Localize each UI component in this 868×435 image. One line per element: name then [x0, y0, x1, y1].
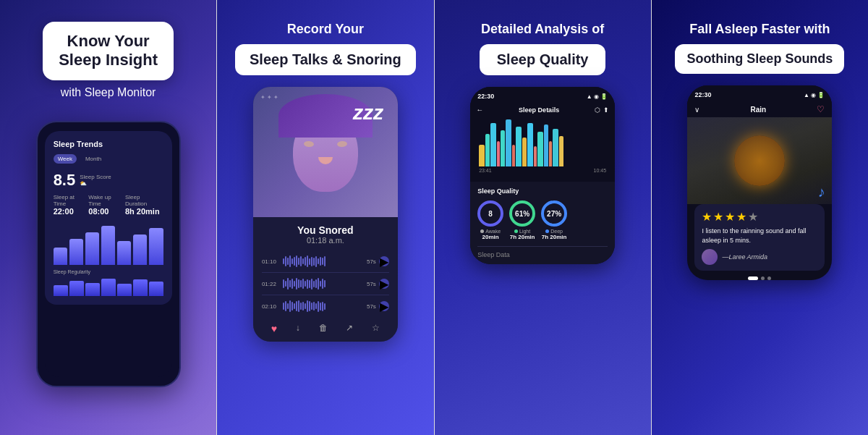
hypnogram-bars	[476, 119, 609, 166]
rain-phone-header: 22:30 ▲ ◉ 🔋	[687, 85, 832, 101]
trends-tabs: Week Month	[54, 154, 163, 164]
panel-sleep-insight: Know Your Sleep Insight with Sleep Monit…	[0, 0, 216, 435]
detail-title: Sleep Details	[519, 106, 559, 114]
light-dot	[514, 229, 518, 233]
regularity-label: Sleep Regularity	[54, 269, 163, 274]
panel2-highlight: Sleep Talks & Snoring	[235, 44, 416, 75]
sleep-data-label: Sleep Data	[477, 246, 608, 258]
bar-3	[85, 232, 99, 265]
star-2: ★	[713, 210, 723, 224]
reviewer-name: —Laree Armida	[722, 253, 767, 261]
review-text: I listen to the rainning sound and fall …	[702, 227, 817, 245]
deep-label: Deep	[550, 229, 563, 234]
snore-label: You Snored	[262, 224, 389, 236]
sleep-trends-title: Sleep Trends	[54, 140, 163, 148]
quality-section: Sleep Quality 8 Awake 20min 61%	[470, 182, 615, 264]
toolbar: ♥ ↓ 🗑 ↗ ☆	[262, 317, 389, 334]
action-icons: ⬡ ⬆	[595, 106, 609, 114]
waveform-3	[283, 299, 355, 313]
audio-dur-2: 57s	[358, 281, 376, 287]
light-label: Light	[519, 229, 530, 234]
sleep-trends-card: Sleep Trends Week Month 8.5 Sleep Score …	[45, 131, 172, 305]
audio-dur-3: 57s	[358, 303, 376, 310]
sleep-time-item: Sleep at Time 22:00	[54, 194, 89, 216]
awake-label: Awake	[485, 229, 501, 234]
audio-row-3: 02:10 57s ▶	[262, 295, 389, 317]
tab-month[interactable]: Month	[81, 154, 106, 164]
back-arrow[interactable]: ←	[476, 106, 483, 114]
awake-dot	[480, 229, 484, 233]
avatar-face	[293, 112, 358, 192]
play-button-2[interactable]: ▶	[379, 279, 389, 289]
audio-row-2: 01:22 57s ▶	[262, 273, 389, 295]
heart-sound-icon[interactable]: ♡	[817, 104, 825, 114]
time-start-label: 23:41	[479, 168, 492, 173]
light-ring: 61%	[509, 200, 535, 227]
rain-nav-row: ∨ Rain ♡	[687, 101, 832, 117]
audio-time-2: 01:22	[262, 281, 280, 287]
panel-snoring: Record Your Sleep Talks & Snoring zzz ✦ …	[216, 0, 433, 435]
phone-screen-1: Sleep Trends Week Month 8.5 Sleep Score …	[45, 131, 172, 377]
panel2-header: Record Your	[287, 22, 364, 37]
reviewer-row: —Laree Armida	[702, 249, 817, 265]
share-detail-icon[interactable]: ⬡	[595, 106, 600, 114]
download-icon[interactable]: ↓	[296, 323, 300, 334]
phone-icons-3: ▲ ◉ 🔋	[587, 93, 608, 100]
panel4-highlight: Soothing Sleep Sounds	[675, 44, 844, 74]
sleep-bar-chart	[54, 221, 163, 265]
heart-icon[interactable]: ♥	[271, 323, 277, 334]
delete-icon[interactable]: 🗑	[319, 323, 328, 334]
star-4: ★	[736, 210, 746, 224]
panel1-subtitle: with Sleep Monitor	[61, 86, 156, 99]
waveform-1	[283, 254, 355, 269]
avatar-mouth	[318, 157, 333, 164]
play-button-1[interactable]: ▶	[379, 256, 389, 266]
rain-phone-icons: ▲ ◉ 🔋	[804, 92, 825, 98]
bar-7	[149, 228, 163, 265]
star-1: ★	[702, 210, 712, 224]
upload-icon[interactable]: ⬆	[603, 106, 609, 114]
rain-phone: 22:30 ▲ ◉ 🔋 ∨ Rain ♡ ♪ ★ ★ ★ ★ ★ I liste…	[687, 85, 832, 280]
light-label-row: Light	[514, 229, 530, 234]
waveform-2	[283, 276, 355, 291]
panel3-header: Detailed Analysis of	[481, 22, 604, 37]
deep-time: 7h 20min	[542, 234, 567, 240]
tab-week[interactable]: Week	[54, 154, 77, 164]
avatar-eye-right	[337, 140, 348, 147]
star-3: ★	[725, 210, 735, 224]
panel2-highlight-text: Sleep Talks & Snoring	[250, 51, 401, 68]
panel3-highlight-text: Sleep Quality	[497, 51, 589, 68]
duration-item: Sleep Duration 8h 20min	[125, 194, 163, 216]
bar-4	[101, 226, 115, 265]
star-5: ★	[748, 210, 758, 224]
star-icon[interactable]: ☆	[372, 323, 380, 334]
panel4-header: Fall Asleep Faster with	[689, 22, 830, 37]
nav-dots	[687, 276, 832, 280]
deep-label-row: Deep	[545, 229, 563, 234]
avatar-image-area: zzz ✦ ✦ ✦	[253, 87, 398, 217]
nav-dot-2	[761, 276, 765, 280]
chevron-down-icon[interactable]: ∨	[694, 106, 699, 114]
phone-mockup-1: Sleep Trends Week Month 8.5 Sleep Score …	[36, 121, 181, 387]
phone-time-3: 22:30	[477, 93, 494, 100]
review-card: ★ ★ ★ ★ ★ I listen to the rainning sound…	[694, 204, 825, 271]
share-icon[interactable]: ↗	[346, 323, 353, 334]
snore-time: 01:18 a.m.	[262, 236, 389, 245]
detail-nav: ← Sleep Details ⬡ ⬆	[470, 103, 615, 117]
music-note-icon: ♪	[817, 184, 825, 200]
panel3-highlight: Sleep Quality	[480, 44, 606, 75]
avatar-eye-left	[304, 140, 315, 147]
awake-label-row: Awake	[480, 229, 501, 234]
play-button-3[interactable]: ▶	[379, 301, 389, 311]
nav-dot-3	[767, 276, 771, 280]
panel1-title-box: Know Your Sleep Insight	[43, 22, 174, 80]
panel1-title: Know Your Sleep Insight	[59, 32, 158, 70]
nav-dot-1	[748, 276, 758, 280]
bar-5	[117, 241, 131, 265]
panel-sleep-sounds: Fall Asleep Faster with Soothing Sleep S…	[651, 0, 868, 435]
audio-dur-1: 57s	[358, 258, 376, 265]
awake-time: 20min	[482, 234, 499, 240]
wake-time-item: Wake up Time 08:00	[88, 194, 125, 216]
star-deco-1: ✦ ✦ ✦	[260, 94, 278, 101]
rain-image: ♪	[687, 117, 832, 204]
